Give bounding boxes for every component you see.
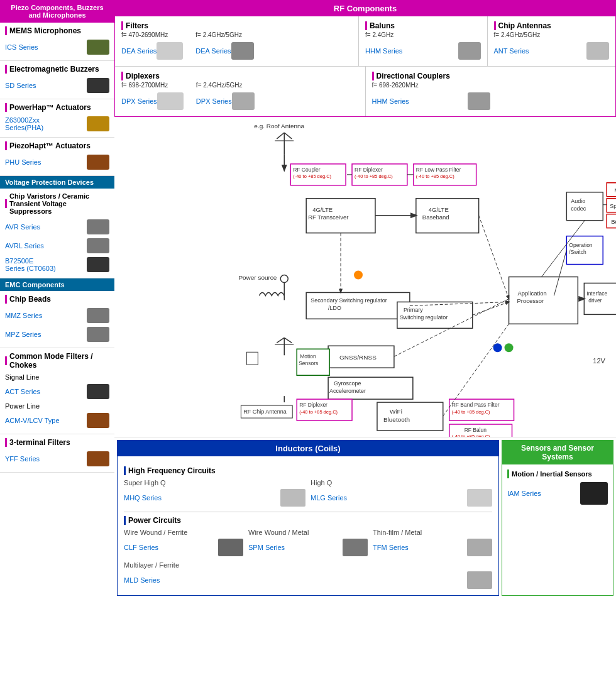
chip-antennas-title: Chip Antennas <box>494 21 610 30</box>
power-ww-metal: Wire Wound / Metal SPM Series <box>248 529 368 556</box>
mmz-img <box>87 308 109 323</box>
diplexers-title: Diplexers <box>121 72 359 80</box>
sidebar-item-avrl[interactable]: AVRL Series <box>5 236 109 255</box>
gyro-text-1: Gyroscope <box>334 380 361 387</box>
rf-filters: Filters f= 470-2690MHz DEA Series f= 2.4… <box>115 16 359 66</box>
ics-link[interactable]: ICS Series <box>5 43 38 51</box>
pri-reg-text-2: Switching regulator <box>400 314 448 321</box>
green-dot <box>505 343 514 352</box>
speaker-text: Speaker <box>610 203 616 209</box>
avr-link[interactable]: AVR Series <box>5 223 40 231</box>
dea-link-1[interactable]: DEA Series <box>121 47 157 55</box>
dir-couplers-series: HHM Series <box>372 91 491 111</box>
act-link[interactable]: ACT Series <box>5 388 40 395</box>
varistors-title: Chip Varistors / Ceramic Transient Volta… <box>5 192 109 215</box>
avrl-img <box>87 238 109 253</box>
motion-sensors-title: Motion / Inertial Sensors <box>507 470 608 478</box>
bottom-area: Inductors (Coils) High Frequency Circuit… <box>114 437 616 598</box>
sidebar-section-varistors: Chip Varistors / Ceramic Transient Volta… <box>0 189 114 278</box>
sidebar-item-b72[interactable]: B72500ESeries (CT0603) <box>5 255 109 274</box>
dea-link-2[interactable]: DEA Series <box>195 47 231 55</box>
super-hq-label: Super High Q <box>124 479 305 486</box>
interface-driver-text-1: Interface <box>586 290 607 297</box>
sidebar-item-acm[interactable]: ACM-V/LCV Type <box>5 411 109 430</box>
bt-text: Bluetooth <box>383 416 410 423</box>
multilayer-label: Multilayer / Ferrite <box>124 561 492 569</box>
yff-link[interactable]: YFF Series <box>5 455 40 463</box>
sec-reg-text-2: /LDO <box>328 305 341 311</box>
bb-app-line <box>479 216 509 299</box>
acm-img <box>87 413 109 428</box>
power-line-label: Power Line <box>5 401 109 411</box>
audio-codec-text-2: codec <box>571 206 586 212</box>
gnss-ant-box <box>246 352 258 365</box>
tfm-link[interactable]: TFM Series <box>373 544 409 551</box>
hhm-link-1[interactable]: HHM Series <box>365 47 402 55</box>
3terminal-title: 3-terminal Filters <box>5 438 109 447</box>
sidebar-item-mmz[interactable]: MMZ Series <box>5 306 109 325</box>
power-grid: Wire Wound / Ferrite CLF Series Wire Wou… <box>124 529 492 556</box>
inductors-header: Inductors (Coils) <box>118 441 498 456</box>
z63-link[interactable]: Z63000ZxxSeries(PHA) <box>5 116 43 131</box>
filter-freq-1: f= 470-2690MHz <box>121 31 183 38</box>
lte-tx-text-2: RF Transceiver <box>308 214 348 221</box>
sidebar-item-mpz[interactable]: MPZ Series <box>5 325 109 344</box>
filter-item-2: f= 2.4GHz/5GHz DEA Series <box>195 31 253 61</box>
clf-link[interactable]: CLF Series <box>124 544 158 551</box>
acm-link[interactable]: ACM-V/LCV Type <box>5 417 60 424</box>
hhm-link-2[interactable]: HHM Series <box>372 97 409 105</box>
hhm-img-1 <box>458 42 481 60</box>
sidebar-item-phu[interactable]: PHU Series <box>5 153 109 172</box>
diplexer-item-2: f= 2.4GHz/5GHz DPX Series <box>196 82 255 111</box>
sidebar-item-z63[interactable]: Z63000ZxxSeries(PHA) <box>5 114 109 133</box>
rf-dip-bot-text-2: (-40 to +85 deg.C) <box>299 409 338 415</box>
filter-series-1: DEA Series <box>121 41 183 61</box>
rf-balun-text-1: RF Balun <box>465 427 487 433</box>
ant-link[interactable]: ANT Series <box>494 47 529 55</box>
dpx-link-2[interactable]: DPX Series <box>196 97 232 105</box>
mhq-img <box>280 489 305 507</box>
sensors-content: Motion / Inertial Sensors IAM Series <box>502 464 613 510</box>
rf-section: RF Components Filters f= 470-2690MHz DEA… <box>114 0 616 117</box>
power-title: Power Circuits <box>124 516 492 525</box>
sidebar-section-powerhap: PowerHap™ Actuators Z63000ZxxSeries(PHA) <box>0 99 114 138</box>
b72-link[interactable]: B72500ESeries (CT0603) <box>5 257 56 272</box>
sidebar-item-ics[interactable]: ICS Series <box>5 38 109 57</box>
phu-link[interactable]: PHU Series <box>5 158 41 166</box>
dea-img-2 <box>231 42 254 60</box>
powerhap-title: PowerHap™ Actuators <box>5 103 109 112</box>
mmz-link[interactable]: MMZ Series <box>5 312 42 319</box>
rf-diplexer-top-text-1: RF Diplexer <box>355 167 383 173</box>
sidebar-item-sd[interactable]: SD Series <box>5 76 109 95</box>
mld-link[interactable]: MLD Series <box>124 576 160 584</box>
interface-driver-text-2: driver <box>588 297 602 304</box>
mlg-link[interactable]: MLG Series <box>311 494 347 502</box>
sidebar-item-yff[interactable]: YFF Series <box>5 449 109 468</box>
rf-lpf-text-2: (-40 to +85 deg.C) <box>416 173 454 179</box>
hf-title: High Frequency Circuits <box>124 466 492 475</box>
iam-link[interactable]: IAM Series <box>507 490 541 497</box>
rf-chip-ant-text: RF Chip Antenna <box>243 409 286 415</box>
sd-link[interactable]: SD Series <box>5 82 36 89</box>
antenna-left <box>277 133 284 139</box>
mhq-item: MHQ Series <box>124 489 305 507</box>
baluns-title: Baluns <box>365 21 481 30</box>
tfm-img <box>467 539 492 556</box>
rf-coupler-text-1: RF Coupler <box>293 167 320 173</box>
orange-dot <box>354 271 363 280</box>
dpx-link-1[interactable]: DPX Series <box>121 97 157 105</box>
op-switch-text-2: /Switch <box>569 249 586 255</box>
secondary-reg-box <box>306 292 410 319</box>
mpz-link[interactable]: MPZ Series <box>5 331 41 338</box>
wifi-text: WiFi <box>390 408 402 415</box>
avrl-link[interactable]: AVRL Series <box>5 242 44 250</box>
diplexers-items: f= 698-2700MHz DPX Series f= 2.4GHz/5GHz… <box>121 82 359 111</box>
inductors-section: Inductors (Coils) High Frequency Circuit… <box>117 440 499 596</box>
iam-img <box>580 482 608 505</box>
sidebar-item-act[interactable]: ACT Series <box>5 382 109 401</box>
mhq-link[interactable]: MHQ Series <box>124 494 162 502</box>
filters-items: f= 470-2690MHz DEA Series f= 2.4GHz/5GHz… <box>121 31 352 61</box>
spm-link[interactable]: SPM Series <box>248 544 285 551</box>
sidebar-section-3terminal: 3-terminal Filters YFF Series <box>0 434 114 473</box>
sidebar-item-avr[interactable]: AVR Series <box>5 217 109 236</box>
